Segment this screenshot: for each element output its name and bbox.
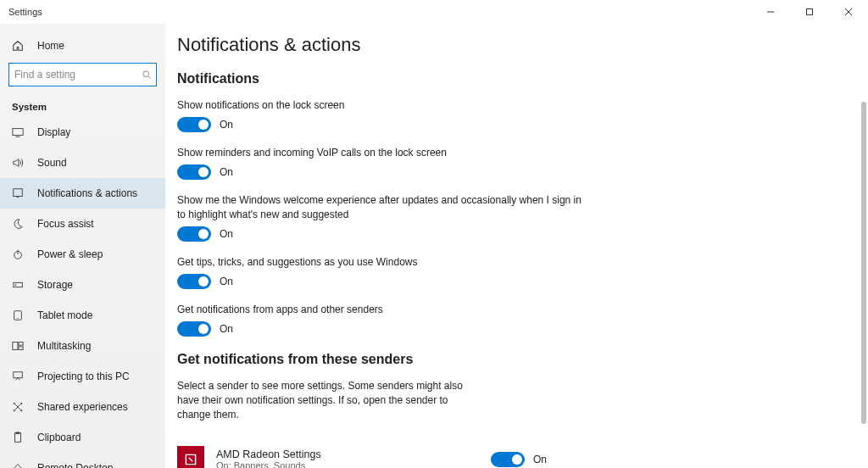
titlebar: Settings — [0, 0, 868, 24]
svg-rect-6 — [13, 129, 23, 136]
setting-voip-lock-screen: Show reminders and incoming VoIP calls o… — [177, 146, 584, 180]
sidebar-item-label: Display — [37, 126, 70, 138]
home-icon — [12, 40, 25, 52]
sender-name: AMD Radeon Settings — [216, 448, 491, 460]
sidebar-item-multitasking[interactable]: Multitasking — [0, 331, 165, 361]
sidebar-item-label: Power & sleep — [37, 248, 103, 260]
svg-rect-1 — [807, 9, 813, 15]
setting-label: Show me the Windows welcome experience a… — [177, 193, 584, 220]
svg-point-23 — [14, 410, 15, 412]
notification-icon — [12, 187, 25, 199]
project-icon — [12, 370, 25, 382]
setting-app-notifications: Get notifications from apps and other se… — [177, 303, 584, 337]
sidebar-item-display[interactable]: Display — [0, 117, 165, 148]
toggle-apps[interactable] — [177, 321, 211, 337]
sidebar-item-projecting[interactable]: Projecting to this PC — [0, 361, 165, 392]
sender-sub: On: Banners, Sounds — [216, 460, 491, 468]
sidebar-item-sound[interactable]: Sound — [0, 148, 165, 178]
sidebar-item-label: Storage — [37, 279, 73, 291]
power-icon — [12, 248, 25, 260]
svg-point-21 — [14, 403, 15, 404]
svg-rect-25 — [15, 433, 21, 443]
sidebar-item-tablet-mode[interactable]: Tablet mode — [0, 300, 165, 331]
svg-rect-16 — [19, 343, 23, 346]
svg-point-14 — [17, 318, 18, 319]
notifications-heading: Notifications — [177, 71, 851, 86]
home-button[interactable]: Home — [0, 31, 165, 61]
svg-rect-15 — [13, 343, 18, 350]
toggle-lock-screen[interactable] — [177, 117, 211, 132]
page-title: Notifications & actions — [177, 34, 851, 56]
sidebar-item-clipboard[interactable]: Clipboard — [0, 422, 165, 453]
sidebar-item-remote-desktop[interactable]: Remote Desktop — [0, 453, 165, 468]
svg-point-22 — [21, 403, 23, 404]
toggle-voip[interactable] — [177, 164, 211, 180]
toggle-tips[interactable] — [177, 274, 211, 289]
sidebar-item-shared-experiences[interactable]: Shared experiences — [0, 392, 165, 422]
sidebar-item-focus-assist[interactable]: Focus assist — [0, 209, 165, 239]
sidebar-item-label: Multitasking — [37, 340, 91, 352]
svg-point-24 — [21, 410, 23, 412]
toggle-state: On — [220, 276, 233, 287]
setting-label: Show notifications on the lock screen — [177, 98, 584, 112]
setting-label: Get tips, tricks, and suggestions as you… — [177, 255, 584, 269]
setting-tips: Get tips, tricks, and suggestions as you… — [177, 255, 584, 289]
toggle-state: On — [220, 323, 233, 335]
senders-heading: Get notifications from these senders — [177, 352, 851, 367]
scrollbar-thumb[interactable] — [861, 102, 866, 424]
sender-amd-radeon[interactable]: AMD Radeon Settings On: Banners, Sounds … — [177, 437, 567, 468]
toggle-state: On — [220, 166, 233, 178]
remote-icon — [12, 462, 25, 468]
clipboard-icon — [12, 432, 25, 443]
amd-icon — [177, 446, 204, 468]
search-icon — [142, 70, 152, 80]
storage-icon — [12, 279, 25, 291]
sidebar-item-label: Notifications & actions — [37, 187, 137, 199]
sidebar-item-label: Remote Desktop — [37, 462, 113, 468]
search-input[interactable] — [14, 69, 142, 81]
svg-rect-8 — [14, 189, 23, 197]
svg-line-5 — [148, 76, 150, 78]
window-title: Settings — [8, 7, 751, 17]
svg-point-12 — [15, 284, 17, 286]
content-pane: Notifications & actions Notifications Sh… — [165, 24, 868, 468]
toggle-welcome[interactable] — [177, 226, 211, 242]
sidebar: Home System Display Sound Notifications … — [0, 24, 165, 468]
svg-point-4 — [143, 71, 149, 77]
multitasking-icon — [12, 340, 25, 352]
toggle-state: On — [220, 119, 233, 131]
sidebar-item-power-sleep[interactable]: Power & sleep — [0, 239, 165, 270]
svg-rect-11 — [14, 282, 23, 287]
setting-label: Show reminders and incoming VoIP calls o… — [177, 146, 584, 159]
svg-rect-18 — [14, 372, 23, 378]
display-icon — [12, 126, 25, 138]
sidebar-item-label: Shared experiences — [37, 401, 128, 413]
page-scrollbar[interactable] — [861, 0, 866, 468]
toggle-state: On — [533, 454, 547, 465]
setting-lock-screen: Show notifications on the lock screen On — [177, 98, 584, 132]
setting-label: Get notifications from apps and other se… — [177, 303, 584, 316]
share-icon — [12, 401, 25, 413]
tablet-icon — [12, 309, 25, 321]
home-label: Home — [37, 40, 64, 52]
toggle-sender-amd[interactable] — [491, 452, 525, 467]
sidebar-item-label: Clipboard — [37, 432, 81, 443]
sidebar-item-notifications[interactable]: Notifications & actions — [0, 178, 165, 209]
toggle-state: On — [220, 228, 233, 240]
sound-icon — [12, 157, 25, 169]
sidebar-item-label: Tablet mode — [37, 309, 92, 321]
setting-welcome-experience: Show me the Windows welcome experience a… — [177, 193, 584, 241]
minimize-button[interactable] — [751, 0, 790, 24]
sidebar-item-label: Focus assist — [37, 218, 94, 230]
sidebar-item-storage[interactable]: Storage — [0, 270, 165, 300]
sidebar-section-label: System — [0, 95, 165, 117]
sidebar-item-label: Sound — [37, 157, 67, 169]
moon-icon — [12, 218, 25, 230]
svg-rect-17 — [19, 347, 23, 350]
search-input-wrapper[interactable] — [8, 63, 157, 86]
sidebar-item-label: Projecting to this PC — [37, 370, 130, 382]
senders-description: Select a sender to see more settings. So… — [177, 379, 482, 421]
maximize-button[interactable] — [790, 0, 829, 24]
